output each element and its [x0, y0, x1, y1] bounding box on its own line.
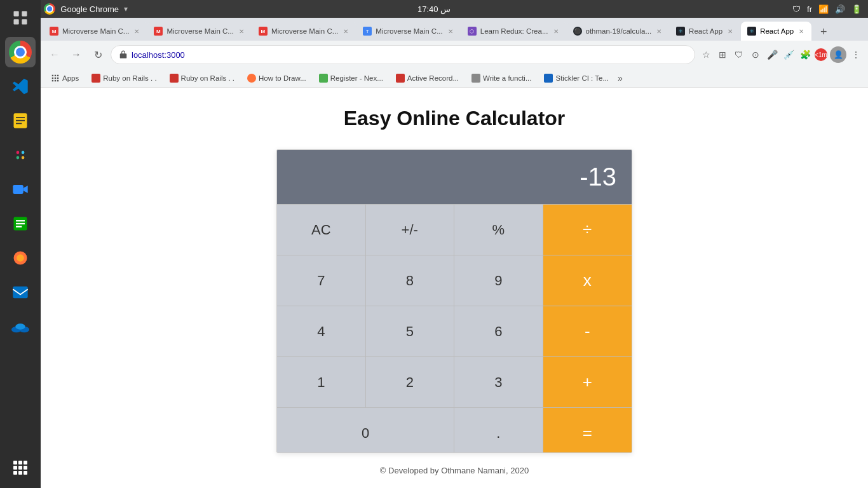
btn-multiply[interactable]: x — [543, 255, 632, 306]
bookmark-stickler[interactable]: Stickler CI : Te... — [539, 72, 614, 84]
tab-close-4[interactable]: ✕ — [447, 27, 454, 36]
calc-display: -13 — [277, 150, 632, 204]
tab-favicon-2: M — [154, 27, 163, 36]
btn-5[interactable]: 5 — [366, 306, 455, 357]
btn-4[interactable]: 4 — [277, 306, 366, 357]
lang-label: fr — [807, 4, 812, 14]
sidebar-icon-all-apps[interactable] — [5, 452, 36, 483]
btn-8[interactable]: 8 — [366, 255, 455, 306]
bm-ruby1-label: Ruby on Rails . . — [103, 74, 156, 82]
btn-plusminus[interactable]: +/- — [366, 205, 455, 255]
page-title: Easy Online Calculator — [344, 107, 566, 130]
eyedropper-icon[interactable]: 💉 — [782, 48, 796, 62]
tab-close-2[interactable]: ✕ — [238, 27, 245, 36]
btn-ac[interactable]: AC — [277, 205, 366, 255]
bookmarks-more-button[interactable]: » — [618, 73, 623, 83]
svg-rect-7 — [16, 123, 22, 125]
tab-title-7: React App — [689, 27, 722, 35]
bm-ruby2-icon — [170, 74, 179, 83]
btn-0[interactable]: 0 — [277, 408, 454, 453]
extensions-icon[interactable]: ⊞ — [715, 48, 729, 62]
url-box[interactable]: localhost:3000 — [111, 45, 695, 64]
tab-microverse-3[interactable]: M Microverse Main C... ✕ — [252, 22, 356, 41]
tab-close-8[interactable]: ✕ — [797, 27, 805, 36]
tab-close-5[interactable]: ✕ — [552, 27, 560, 36]
svg-rect-0 — [14, 11, 19, 17]
os-time: 17:40 س — [417, 4, 451, 14]
bookmark-how-to-draw[interactable]: How to Draw... — [242, 72, 311, 84]
btn-2[interactable]: 2 — [366, 357, 455, 408]
sidebar-icon-firefox[interactable] — [5, 243, 36, 273]
svg-rect-28 — [55, 77, 56, 78]
svg-rect-1 — [22, 11, 27, 17]
btn-9[interactable]: 9 — [454, 255, 543, 306]
tab-microverse-1[interactable]: M Microverse Main C... ✕ — [43, 22, 147, 41]
page-content: Easy Online Calculator -13 AC +/- % ÷ 7 … — [41, 88, 868, 488]
tab-close-7[interactable]: ✕ — [726, 27, 734, 36]
svg-rect-24 — [52, 74, 53, 76]
sidebar-icon-onedrive[interactable] — [5, 311, 36, 342]
bm-stickler-label: Stickler CI : Te... — [555, 74, 609, 82]
btn-plus[interactable]: + — [543, 357, 632, 408]
sidebar-icon-notes[interactable] — [5, 105, 36, 136]
bookmark-register[interactable]: Register - Nex... — [314, 72, 388, 84]
tab-favicon-5: ⬡ — [468, 27, 477, 36]
btn-1[interactable]: 1 — [277, 357, 366, 408]
tab-close-6[interactable]: ✕ — [655, 27, 663, 36]
chrome-circle-icon — [9, 41, 32, 64]
btn-minus[interactable]: - — [543, 306, 632, 357]
btn-divide[interactable]: ÷ — [543, 205, 632, 255]
sidebar — [0, 0, 41, 488]
back-button[interactable]: ← — [46, 46, 64, 64]
forward-button[interactable]: → — [67, 46, 85, 64]
sidebar-icon-vscode[interactable] — [5, 71, 36, 102]
svg-point-23 — [15, 323, 25, 329]
bookmark-apps[interactable]: Apps — [46, 72, 84, 84]
sidebar-icon-files[interactable] — [5, 3, 36, 33]
notification-icon[interactable]: <1m — [815, 48, 827, 61]
btn-dot[interactable]: . — [454, 408, 543, 453]
btn-percent[interactable]: % — [454, 205, 543, 255]
bookmark-write-func[interactable]: Write a functi... — [466, 72, 536, 84]
tab-close-3[interactable]: ✕ — [342, 27, 349, 36]
bookmark-ruby-2[interactable]: Ruby on Rails . . — [165, 72, 240, 84]
sidebar-icon-libreoffice[interactable] — [5, 208, 36, 239]
mic-icon[interactable]: 🎤 — [765, 48, 779, 62]
sidebar-icon-zoom[interactable] — [5, 174, 36, 205]
bookmark-ruby-1[interactable]: Ruby on Rails . . — [86, 72, 161, 84]
sidebar-icon-outlook[interactable] — [5, 277, 36, 308]
reload-button[interactable]: ↻ — [89, 46, 107, 64]
bookmark-star-icon[interactable]: ☆ — [699, 48, 713, 62]
new-tab-button[interactable]: + — [815, 23, 832, 41]
tab-title-5: Learn Redux: Crea... — [480, 27, 548, 35]
tab-title-3: Microverse Main C... — [271, 27, 338, 35]
sidebar-icon-chrome[interactable] — [5, 37, 36, 67]
tab-react-2[interactable]: ⚛ React App ✕ — [741, 22, 811, 41]
tab-github[interactable]: ⚫ othman-19/calcula... ✕ — [567, 22, 670, 41]
tab-microverse-2[interactable]: M Microverse Main C... ✕ — [147, 22, 251, 41]
readmode-icon[interactable]: ⊙ — [749, 48, 763, 62]
tab-close-1[interactable]: ✕ — [133, 27, 140, 36]
sidebar-icon-slack[interactable] — [5, 140, 36, 170]
btn-3[interactable]: 3 — [454, 357, 543, 408]
footer-text: © Developed by Othmane Namani, 2020 — [380, 466, 529, 475]
bookmark-active-record[interactable]: Active Record... — [391, 72, 464, 84]
menu-button[interactable]: ⋮ — [849, 48, 863, 62]
tab-react-1[interactable]: ⚛ React App ✕ — [670, 22, 740, 41]
bm-draw-label: How to Draw... — [259, 74, 306, 82]
btn-7[interactable]: 7 — [277, 255, 366, 306]
tab-learn-redux[interactable]: ⬡ Learn Redux: Crea... ✕ — [461, 22, 566, 41]
btn-6[interactable]: 6 — [454, 306, 543, 357]
shield-browser-icon[interactable]: 🛡 — [732, 48, 746, 62]
user-avatar[interactable]: 👤 — [830, 46, 846, 63]
bm-draw-icon — [247, 74, 256, 83]
apps-bm-icon — [51, 74, 60, 83]
tab-title-6: othman-19/calcula... — [586, 27, 652, 35]
btn-equals[interactable]: = — [543, 408, 632, 453]
svg-rect-2 — [14, 19, 19, 24]
bm-ruby1-icon — [92, 74, 100, 83]
svg-rect-32 — [57, 79, 58, 81]
tab-translate[interactable]: T Microverse Main C... ✕ — [356, 22, 460, 41]
bm-register-icon — [319, 74, 328, 83]
extension2-icon[interactable]: 🧩 — [798, 48, 812, 62]
